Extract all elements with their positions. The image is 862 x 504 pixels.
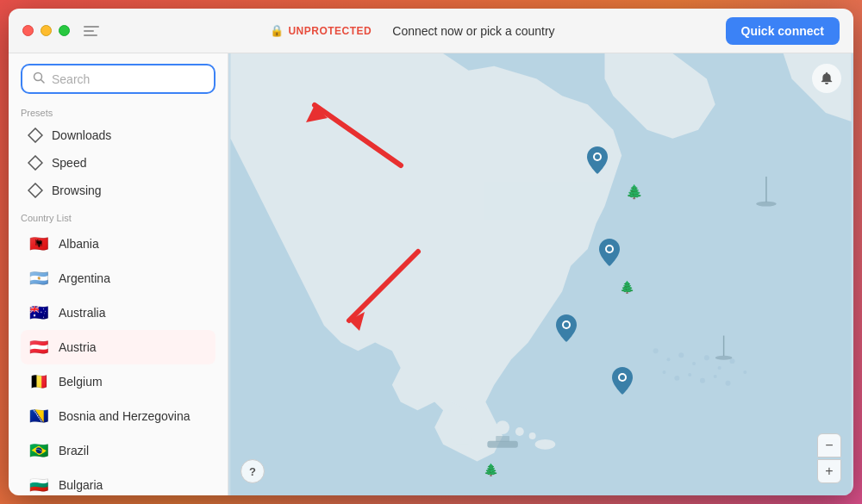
svg-point-36 <box>607 246 612 252</box>
country-name-argentina: Argentina <box>59 271 110 285</box>
connect-text: Connect now or pick a country <box>392 24 554 38</box>
svg-point-40 <box>620 375 625 380</box>
app-window: 🔒 UNPROTECTED Connect now or pick a coun… <box>9 9 853 495</box>
svg-point-23 <box>726 381 731 386</box>
map-pin-4[interactable] <box>612 367 633 398</box>
titlebar-center: 🔒 UNPROTECTED Connect now or pick a coun… <box>109 24 715 38</box>
unprotected-badge: 🔒 UNPROTECTED <box>270 24 372 37</box>
svg-point-13 <box>692 362 696 365</box>
browsing-diamond-icon <box>28 183 43 198</box>
country-item-austria[interactable]: 🇦🇹Austria <box>21 330 216 364</box>
svg-rect-29 <box>496 436 509 442</box>
country-list-items: 🇦🇱Albania🇦🇷Argentina🇦🇺Australia🇦🇹Austria… <box>21 227 216 495</box>
country-name-belgium: Belgium <box>59 375 103 389</box>
map-background: 🌲 🌲 🌲 <box>228 53 853 495</box>
country-item-bulgaria[interactable]: 🇧🇬Bulgaria <box>21 468 216 495</box>
svg-marker-2 <box>28 128 42 142</box>
country-item-belgium[interactable]: 🇧🇪Belgium <box>21 364 216 399</box>
svg-point-17 <box>743 370 746 374</box>
svg-point-19 <box>674 376 679 381</box>
flag-brazil: 🇧🇷 <box>28 439 50 462</box>
close-button[interactable] <box>22 25 34 36</box>
svg-point-6 <box>496 420 509 434</box>
flag-bosnia: 🇧🇦 <box>28 405 50 427</box>
svg-point-14 <box>704 355 709 360</box>
search-container <box>9 53 228 103</box>
unprotected-label: UNPROTECTED <box>288 25 372 37</box>
sidebar-item-browsing[interactable]: Browsing <box>21 177 216 204</box>
flag-albania: 🇦🇱 <box>28 233 50 255</box>
svg-point-38 <box>564 322 569 327</box>
svg-point-7 <box>515 427 524 436</box>
svg-point-16 <box>730 358 735 364</box>
search-input[interactable] <box>52 72 203 86</box>
flag-austria: 🇦🇹 <box>28 336 50 358</box>
sidebar-item-speed[interactable]: Speed <box>21 149 216 177</box>
sidebar: Presets Downloads Speed <box>9 53 228 495</box>
country-name-bulgaria: Bulgaria <box>59 478 103 492</box>
svg-point-22 <box>714 375 717 378</box>
country-item-bosnia[interactable]: 🇧🇦Bosnia and Herzegovina <box>21 399 216 433</box>
country-item-australia[interactable]: 🇦🇺Australia <box>21 296 216 330</box>
maximize-button[interactable] <box>59 25 70 36</box>
svg-point-34 <box>595 154 600 159</box>
country-list-label: Country List <box>21 213 216 223</box>
bell-icon <box>820 72 834 85</box>
search-box <box>21 64 216 94</box>
zoom-in-button[interactable]: + <box>817 459 841 483</box>
browsing-label: Browsing <box>52 184 102 197</box>
menu-icon[interactable] <box>84 23 99 39</box>
svg-line-1 <box>41 80 45 84</box>
svg-marker-3 <box>28 156 42 170</box>
svg-point-8 <box>529 432 536 439</box>
svg-marker-4 <box>28 184 42 197</box>
map-pin-3[interactable] <box>556 314 577 345</box>
flag-belgium: 🇧🇪 <box>28 370 50 393</box>
svg-text:🌲: 🌲 <box>626 184 643 200</box>
country-name-albania: Albania <box>59 237 99 251</box>
country-item-argentina[interactable]: 🇦🇷Argentina <box>21 261 216 296</box>
zoom-controls: − + <box>817 433 841 483</box>
svg-point-10 <box>653 348 659 353</box>
country-name-austria: Austria <box>59 340 97 354</box>
svg-point-9 <box>535 439 556 450</box>
svg-point-27 <box>715 356 733 360</box>
country-name-bosnia: Bosnia and Herzegovina <box>59 409 191 423</box>
notification-button[interactable] <box>812 64 841 93</box>
flag-argentina: 🇦🇷 <box>28 267 50 289</box>
svg-point-12 <box>678 352 684 358</box>
zoom-out-button[interactable]: − <box>817 433 841 457</box>
map-pin-1[interactable] <box>587 146 608 177</box>
svg-point-20 <box>688 373 691 376</box>
svg-point-21 <box>700 378 705 383</box>
country-item-albania[interactable]: 🇦🇱Albania <box>21 227 216 261</box>
search-icon <box>33 72 45 86</box>
svg-point-11 <box>667 358 671 361</box>
minimize-button[interactable] <box>41 25 52 36</box>
svg-rect-28 <box>487 441 518 448</box>
country-name-brazil: Brazil <box>59 444 89 457</box>
map-pin-2[interactable] <box>599 239 620 270</box>
traffic-lights <box>22 25 70 36</box>
svg-point-15 <box>718 366 721 370</box>
main-content: Presets Downloads Speed <box>9 53 853 495</box>
presets-label: Presets <box>21 108 216 118</box>
downloads-label: Downloads <box>52 128 111 142</box>
svg-point-18 <box>663 370 666 374</box>
map-area: 🌲 🌲 🌲 <box>228 53 853 495</box>
help-button[interactable]: ? <box>240 459 265 483</box>
presets-section: Presets Downloads Speed <box>9 103 228 208</box>
flag-australia: 🇦🇺 <box>28 302 50 324</box>
svg-point-25 <box>756 202 777 207</box>
country-item-brazil[interactable]: 🇧🇷Brazil <box>21 433 216 468</box>
downloads-diamond-icon <box>28 128 43 143</box>
sidebar-item-downloads[interactable]: Downloads <box>21 121 216 149</box>
speed-label: Speed <box>52 156 86 170</box>
speed-diamond-icon <box>28 155 43 171</box>
svg-text:🌲: 🌲 <box>484 463 499 477</box>
quick-connect-button[interactable]: Quick connect <box>726 17 840 45</box>
country-name-australia: Australia <box>59 306 105 320</box>
svg-text:🌲: 🌲 <box>620 280 635 295</box>
titlebar: 🔒 UNPROTECTED Connect now or pick a coun… <box>9 9 853 53</box>
country-list-section: Country List 🇦🇱Albania🇦🇷Argentina🇦🇺Austr… <box>9 208 228 495</box>
